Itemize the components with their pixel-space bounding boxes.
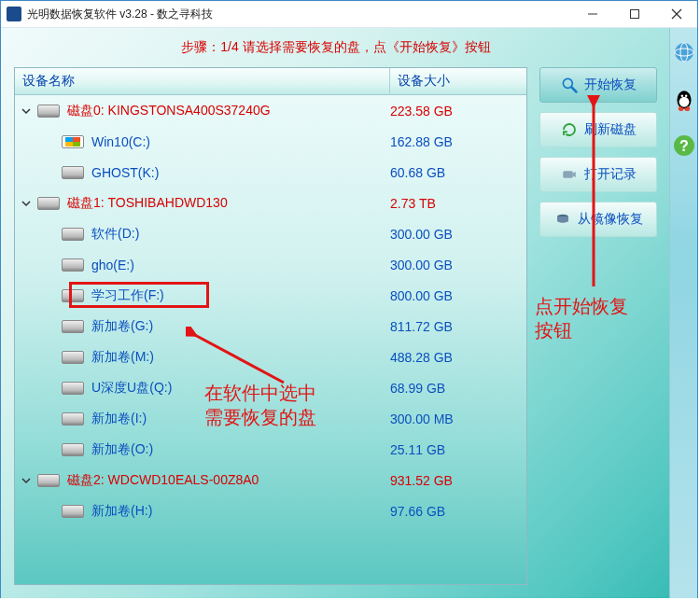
- item-name: Win10(C:): [91, 134, 150, 149]
- expand-toggle[interactable]: [21, 475, 32, 486]
- item-name: 磁盘0: KINGSTONSA400S37240G: [67, 103, 271, 119]
- item-size: 68.99 GB: [390, 381, 511, 396]
- search-icon: [560, 76, 579, 94]
- volume-row[interactable]: 新加卷(I:)300.00 MB: [15, 403, 526, 434]
- app-icon: [7, 7, 21, 21]
- refresh-icon: [560, 120, 579, 139]
- open-log-button[interactable]: 打开记录: [539, 157, 657, 192]
- item-name: 新加卷(H:): [91, 503, 152, 520]
- window-title: 光明数据恢复软件 v3.28 - 数之寻科技: [27, 7, 571, 22]
- volume-row[interactable]: 新加卷(O:)25.11 GB: [15, 434, 526, 465]
- device-list: 设备名称 设备大小 磁盘0: KINGSTONSA400S37240G223.5…: [14, 67, 527, 585]
- svg-point-15: [680, 94, 683, 97]
- dock-globe-icon[interactable]: [671, 39, 697, 65]
- start-recover-label: 开始恢复: [584, 77, 637, 93]
- disk-icon: [37, 197, 60, 210]
- dock-help-icon[interactable]: ?: [671, 133, 697, 159]
- recover-from-image-button[interactable]: 从镜像恢复: [539, 202, 657, 237]
- client-area: 步骤：1/4 请选择需要恢复的盘，点《开始恢复》按钮 设备名称 设备大小 磁盘0…: [1, 28, 697, 598]
- disk-row[interactable]: 磁盘2: WDCWD10EALS-00Z8A0931.52 GB: [15, 465, 526, 495]
- item-name: 新加卷(O:): [91, 441, 153, 458]
- close-button[interactable]: [655, 1, 697, 27]
- item-size: 162.88 GB: [390, 134, 511, 149]
- drive-icon: [62, 382, 84, 395]
- item-size: 300.00 GB: [390, 258, 511, 272]
- item-name: 新加卷(G:): [91, 318, 153, 335]
- item-size: 25.11 GB: [390, 442, 511, 457]
- list-rows: 磁盘0: KINGSTONSA400S37240G223.58 GBWin10(…: [15, 95, 526, 584]
- drive-icon: [62, 505, 84, 518]
- drive-icon: [62, 320, 84, 333]
- item-name: 磁盘2: WDCWD10EALS-00Z8A0: [67, 472, 259, 489]
- svg-point-16: [684, 94, 687, 97]
- disk-icon: [37, 474, 60, 487]
- camera-icon: [560, 165, 579, 184]
- drive-icon: [62, 412, 84, 426]
- col-device-name[interactable]: 设备名称: [15, 68, 390, 94]
- drive-icon: [62, 228, 84, 241]
- item-name: GHOST(K:): [91, 165, 159, 180]
- volume-row[interactable]: 软件(D:)300.00 GB: [15, 218, 526, 249]
- svg-text:?: ?: [679, 138, 689, 154]
- open-log-label: 打开记录: [584, 166, 637, 183]
- svg-rect-1: [630, 10, 638, 19]
- annotation-selection-box: [69, 282, 209, 308]
- item-name: 新加卷(I:): [91, 411, 147, 427]
- svg-line-5: [572, 88, 577, 92]
- item-name: U深度U盘(Q:): [91, 380, 172, 397]
- recover-from-image-label: 从镜像恢复: [578, 211, 643, 228]
- app-window: 光明数据恢复软件 v3.28 - 数之寻科技 步骤：1/4 请选择需要恢复的盘，…: [0, 0, 698, 598]
- item-size: 300.00 GB: [390, 227, 511, 242]
- item-name: gho(E:): [91, 258, 134, 272]
- list-header: 设备名称 设备大小: [15, 68, 526, 95]
- titlebar: 光明数据恢复软件 v3.28 - 数之寻科技: [1, 1, 697, 28]
- volume-row[interactable]: 新加卷(H:)97.66 GB: [15, 495, 526, 526]
- expand-toggle[interactable]: [21, 198, 32, 209]
- refresh-disk-label: 刷新磁盘: [584, 121, 637, 138]
- disk-row[interactable]: 磁盘1: TOSHIBAHDWD1302.73 TB: [15, 188, 526, 218]
- item-size: 811.72 GB: [390, 319, 511, 334]
- item-size: 300.00 MB: [390, 412, 511, 426]
- disk-icon: [37, 105, 60, 118]
- volume-row[interactable]: 新加卷(G:)811.72 GB: [15, 311, 526, 342]
- volume-row[interactable]: 新加卷(M:)488.28 GB: [15, 342, 526, 372]
- maximize-button[interactable]: [613, 1, 655, 27]
- item-name: 磁盘1: TOSHIBAHDWD130: [67, 195, 228, 212]
- volume-row[interactable]: 学习工作(F:)800.00 GB: [15, 280, 526, 311]
- action-panel: 开始恢复 刷新磁盘 打开记录: [539, 67, 658, 585]
- drive-icon: [62, 443, 84, 456]
- item-size: 488.28 GB: [390, 350, 511, 365]
- expand-toggle[interactable]: [21, 105, 32, 117]
- item-name: 软件(D:): [91, 226, 139, 243]
- volume-row[interactable]: gho(E:)300.00 GB: [15, 249, 526, 280]
- main-panel: 步骤：1/4 请选择需要恢复的盘，点《开始恢复》按钮 设备名称 设备大小 磁盘0…: [1, 28, 669, 598]
- svg-point-14: [679, 97, 689, 107]
- right-dock: ?: [669, 28, 697, 598]
- volume-row[interactable]: Win10(C:)162.88 GB: [15, 126, 526, 157]
- volume-row[interactable]: GHOST(K:)60.68 GB: [15, 157, 526, 188]
- start-recover-button[interactable]: 开始恢复: [539, 67, 657, 103]
- item-size: 60.68 GB: [390, 165, 511, 180]
- col-device-size[interactable]: 设备大小: [390, 68, 526, 94]
- item-size: 2.73 TB: [390, 196, 511, 211]
- svg-point-10: [675, 43, 693, 62]
- drive-icon: [62, 166, 84, 179]
- windows-icon: [62, 135, 84, 148]
- svg-rect-6: [563, 171, 573, 178]
- hdd-icon: [553, 210, 572, 229]
- volume-row[interactable]: U深度U盘(Q:)68.99 GB: [15, 372, 526, 403]
- dock-qq-icon[interactable]: [671, 86, 697, 112]
- disk-row[interactable]: 磁盘0: KINGSTONSA400S37240G223.58 GB: [15, 95, 526, 126]
- drive-icon: [62, 258, 84, 272]
- step-banner: 步骤：1/4 请选择需要恢复的盘，点《开始恢复》按钮: [14, 37, 658, 67]
- body: 设备名称 设备大小 磁盘0: KINGSTONSA400S37240G223.5…: [14, 67, 658, 585]
- item-size: 931.52 GB: [390, 473, 511, 488]
- refresh-disk-button[interactable]: 刷新磁盘: [539, 112, 657, 147]
- drive-icon: [62, 351, 84, 364]
- minimize-button[interactable]: [571, 1, 613, 27]
- item-size: 97.66 GB: [390, 504, 511, 519]
- item-name: 新加卷(M:): [91, 349, 154, 366]
- item-size: 800.00 GB: [390, 288, 511, 303]
- item-size: 223.58 GB: [390, 104, 511, 119]
